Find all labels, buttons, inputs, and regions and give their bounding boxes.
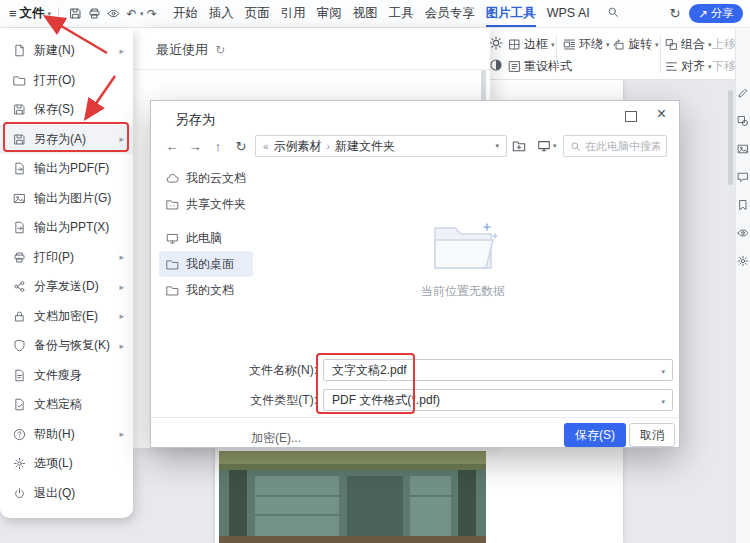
encrypt-link[interactable]: 加密(E)... — [251, 430, 301, 447]
filetype-label: 文件类型(T): — [185, 392, 317, 409]
view-mode-icon[interactable]: ▾ — [537, 139, 557, 153]
exit-icon — [13, 487, 26, 500]
rotate-button[interactable]: 旋转▾ — [612, 36, 659, 53]
chevron-down-icon[interactable]: ▾ — [495, 142, 499, 150]
menu-item-save[interactable]: 保存(S) — [0, 95, 133, 125]
sidebar-item-this-pc[interactable]: 此电脑 — [159, 225, 253, 251]
tab-view[interactable]: 视图 — [353, 0, 378, 27]
undo-icon[interactable]: ↶ — [123, 7, 140, 21]
tab-wps-ai[interactable]: WPS AI — [547, 0, 590, 27]
forward-icon[interactable]: → — [186, 139, 204, 154]
help-icon — [13, 428, 26, 441]
menu-item-print[interactable]: 打印(P)▸ — [0, 243, 133, 273]
empty-folder-icon — [427, 218, 499, 274]
sidebar-item-desktop[interactable]: 我的桌面 — [159, 251, 253, 277]
wrap-button[interactable]: 环绕▾ — [563, 36, 610, 53]
filename-combobox[interactable]: 文字文稿2.pdf ▾ — [323, 359, 673, 381]
export-pdf-icon — [13, 162, 26, 175]
divider — [133, 69, 490, 70]
chevron-down-icon: ▾ — [708, 63, 712, 71]
menu-item-help[interactable]: 帮助(H)▸ — [0, 420, 133, 450]
recent-files-title: 最近使用 — [156, 41, 208, 59]
quick-save-icon[interactable] — [66, 4, 85, 23]
menu-item-save-as[interactable]: 另存为(A)▸ — [0, 125, 133, 155]
close-icon[interactable]: × — [657, 105, 666, 123]
breadcrumb-collapse-icon[interactable]: « — [263, 141, 269, 152]
menu-item-share-send[interactable]: 分享发送(D)▸ — [0, 272, 133, 302]
dialog-navbar: ← → ↑ ↻ « 示例素材 › 新建文件夹 ▾ ▾ — [151, 131, 679, 161]
document-scrollbar[interactable] — [728, 90, 733, 185]
sidebar-item-my-documents[interactable]: 我的文档 — [159, 277, 253, 303]
share-button[interactable]: ↗ 分享 — [689, 4, 743, 23]
search-icon[interactable] — [607, 6, 619, 21]
eye-tool-icon[interactable] — [737, 227, 749, 239]
empty-state-text: 当前位置无数据 — [421, 283, 505, 300]
group-button[interactable]: 组合▾ — [665, 36, 712, 53]
menu-item-open[interactable]: 打开(O) — [0, 66, 133, 96]
finalize-check-icon — [13, 398, 26, 411]
save-button[interactable]: 保存(S) — [564, 423, 626, 447]
align-button[interactable]: 对齐▾ — [665, 58, 712, 75]
menu-item-export-image[interactable]: 输出为图片(G) — [0, 184, 133, 214]
refresh-icon[interactable]: ↻ — [215, 43, 225, 57]
back-icon[interactable]: ← — [163, 139, 181, 154]
tab-page[interactable]: 页面 — [245, 0, 270, 27]
chevron-down-icon: ▾ — [661, 368, 665, 376]
menu-item-new[interactable]: 新建(N)▸ — [0, 36, 133, 66]
menu-item-options[interactable]: 选项(L) — [0, 449, 133, 479]
new-folder-icon[interactable] — [512, 139, 532, 153]
tab-picture-tools[interactable]: 图片工具 — [486, 0, 536, 27]
dialog-search-input[interactable] — [585, 140, 660, 152]
maximize-icon[interactable] — [625, 111, 637, 122]
brightness-icon[interactable] — [489, 36, 505, 52]
reset-style-button[interactable]: 重设样式 — [508, 58, 572, 75]
breadcrumb-root[interactable]: 示例素材 — [274, 138, 322, 155]
comment-tool-icon[interactable] — [737, 171, 749, 183]
menu-item-backup-restore[interactable]: 备份与恢复(K)▸ — [0, 331, 133, 361]
recent-scrollbar[interactable] — [481, 70, 486, 104]
tab-home[interactable]: 开始 — [173, 0, 198, 27]
settings-tool-icon[interactable] — [737, 255, 749, 267]
save-as-icon — [13, 133, 26, 146]
contrast-icon[interactable] — [489, 58, 505, 74]
filetype-combobox[interactable]: PDF 文件格式(*.pdf) ▾ — [323, 389, 673, 411]
ribbon-tabs: 开始 插入 页面 引用 审阅 视图 工具 会员专享 图片工具 WPS AI — [173, 0, 619, 27]
filetype-value: PDF 文件格式(*.pdf) — [332, 392, 440, 409]
document-image — [219, 451, 486, 543]
tab-insert[interactable]: 插入 — [209, 0, 234, 27]
sidebar-item-cloud-docs[interactable]: 我的云文档 — [159, 165, 253, 191]
sync-icon[interactable]: ↻ — [669, 6, 680, 21]
image-tool-icon[interactable] — [737, 143, 749, 155]
chevron-down-icon: ▾ — [708, 41, 712, 49]
menu-item-finalize[interactable]: 文档定稿 — [0, 390, 133, 420]
refresh-icon[interactable]: ↻ — [232, 139, 250, 154]
redo-icon[interactable]: ↷ — [144, 7, 161, 21]
tab-tools[interactable]: 工具 — [389, 0, 414, 27]
pen-tool-icon[interactable] — [737, 87, 749, 99]
tab-member-exclusive[interactable]: 会员专享 — [425, 0, 475, 27]
app-menubar: ≡ 文件 ▾ ↶ ▾ ↷ 开始 插入 页面 引用 审阅 视图 工具 会员专享 图… — [0, 0, 750, 28]
sidebar-gap — [159, 217, 253, 225]
file-menu-button[interactable]: 文件 ▾ — [20, 5, 52, 22]
tab-reference[interactable]: 引用 — [281, 0, 306, 27]
chevron-down-icon: ▾ — [606, 41, 610, 49]
sidebar-item-shared-folder[interactable]: 共享文件夹 — [159, 191, 253, 217]
chevron-right-icon: ▸ — [119, 429, 124, 439]
breadcrumb-current[interactable]: 新建文件夹 — [335, 138, 395, 155]
menu-item-export-ppt[interactable]: 输出为PPT(X) — [0, 213, 133, 243]
quick-print-icon[interactable] — [85, 4, 104, 23]
menu-item-export-pdf[interactable]: 输出为PDF(F) — [0, 154, 133, 184]
menu-item-file-slim[interactable]: 文件瘦身 — [0, 361, 133, 391]
up-icon[interactable]: ↑ — [209, 139, 227, 154]
quick-preview-icon[interactable] — [104, 4, 123, 23]
bookmark-tool-icon[interactable] — [737, 199, 749, 211]
hamburger-menu-icon[interactable]: ≡ — [9, 6, 17, 21]
share-send-icon — [13, 280, 26, 293]
menu-item-encrypt[interactable]: 文档加密(E)▸ — [0, 302, 133, 332]
tab-review[interactable]: 审阅 — [317, 0, 342, 27]
menu-item-exit[interactable]: 退出(Q) — [0, 479, 133, 509]
border-button[interactable]: 边框▾ — [508, 36, 555, 53]
shape-tool-icon[interactable] — [737, 115, 749, 127]
filename-value: 文字文稿2.pdf — [332, 362, 407, 379]
cancel-button[interactable]: 取消 — [629, 423, 675, 447]
